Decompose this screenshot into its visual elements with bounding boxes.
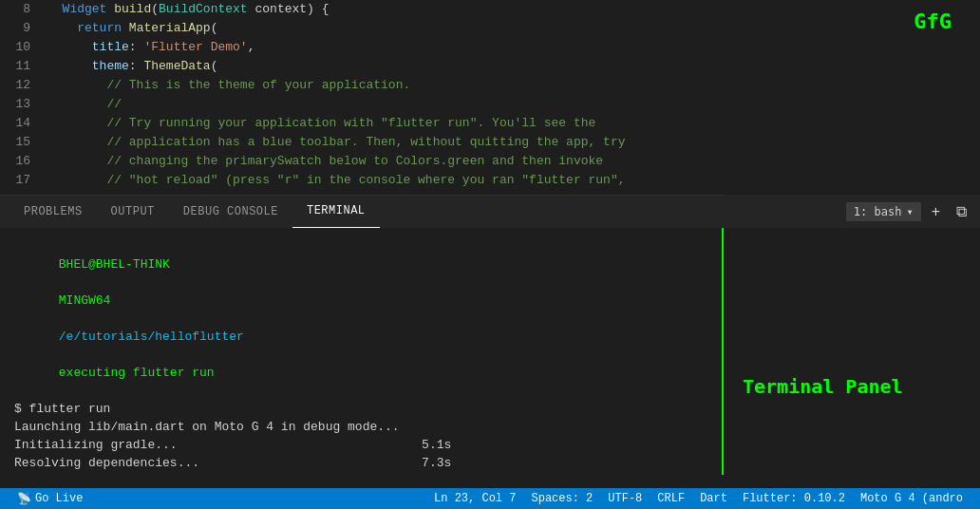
spaces-label: Spaces: 2 [531,492,593,505]
encoding-label: UTF-8 [608,492,642,505]
code-line: // [47,95,971,114]
bash-label: 1: bash [854,205,902,218]
terminal-space2 [59,311,66,326]
spaces-setting[interactable]: Spaces: 2 [523,488,600,509]
line-number: 16 [0,152,30,171]
go-live-button[interactable]: 📡 Go Live [9,488,90,509]
line-ending-setting[interactable]: CRLF [650,488,692,509]
tab-terminal[interactable]: TERMINAL [292,196,380,229]
code-line: // "hot reload" (press "r" in the consol… [47,171,971,190]
chevron-down-icon: ▾ [906,205,913,218]
terminal-area: BHEL@BHEL-THINK MINGW64 /e/tutorials/hel… [0,228,724,475]
line-ending-label: CRLF [657,492,685,505]
device-name[interactable]: Moto G 4 (andro [853,488,971,509]
code-lines: Widget build(BuildContext context) { ret… [38,0,980,195]
terminal-line: Launching lib/main.dart on Moto G 4 in d… [14,418,707,436]
line-number: 8 [0,0,30,19]
device-label: Moto G 4 (andro [860,492,963,505]
language-setting[interactable]: Dart [692,488,735,509]
encoding-setting[interactable]: UTF-8 [600,488,650,509]
cursor-position[interactable]: Ln 23, Col 7 [426,488,523,509]
terminal-line: Resolving dependencies... 7.3s [14,454,707,472]
terminal-shell: MINGW64 [59,293,111,308]
line-numbers: 891011121314151617 [0,0,38,195]
line-number: 11 [0,57,30,76]
terminal-line: Initializing gradle... 5.1s [14,436,707,454]
terminal-panel-label: Terminal Panel [743,375,903,398]
line-number: 10 [0,38,30,57]
terminal-exec-label: executing flutter run [59,366,215,380]
tab-output[interactable]: OUTPUT [97,196,169,229]
line-number: 13 [0,95,30,114]
code-line: Widget build(BuildContext context) { [47,0,971,19]
code-line: // changing the primarySwatch below to C… [47,152,971,171]
code-line: // This is the theme of your application… [47,76,971,95]
language-label: Dart [700,492,727,505]
code-line: title: 'Flutter Demo', [47,38,971,57]
line-number: 14 [0,114,30,133]
broadcast-icon: 📡 [17,492,31,506]
go-live-label: Go Live [35,492,83,505]
terminal-line: $ flutter run [14,400,707,418]
bash-dropdown[interactable]: 1: bash ▾ [846,202,921,221]
code-editor: 891011121314151617 Widget build(BuildCon… [0,0,980,195]
terminal-toolbar: 1: bash ▾ + ⧉ [724,195,980,228]
status-bar: 📡 Go Live Ln 23, Col 7 Spaces: 2 UTF-8 C… [0,488,980,509]
tab-debug-console[interactable]: DEBUG CONSOLE [169,196,292,229]
tab-problems[interactable]: PROBLEMS [9,196,97,229]
gfg-watermark: GfG [914,9,952,33]
terminal-prompt-line: BHEL@BHEL-THINK MINGW64 /e/tutorials/hel… [14,237,707,400]
flutter-label: Flutter: 0.10.2 [743,492,845,505]
terminal-wrapper: BHEL@BHEL-THINK MINGW64 /e/tutorials/hel… [0,228,980,475]
line-number: 12 [0,76,30,95]
terminal-output: $ flutter runLaunching lib/main.dart on … [14,400,707,475]
code-line: theme: ThemeData( [47,57,971,76]
line-number: 17 [0,171,30,190]
maximize-panel-button[interactable]: ⧉ [951,201,972,222]
line-number: 15 [0,133,30,152]
terminal-space1 [59,275,66,290]
code-line: // Try running your application with "fl… [47,114,971,133]
code-line: return MaterialApp( [47,19,971,38]
flutter-version[interactable]: Flutter: 0.10.2 [735,488,853,509]
cursor-pos-label: Ln 23, Col 7 [434,492,516,505]
terminal-dir: /e/tutorials/helloflutter [59,330,244,344]
terminal-user: BHEL@BHEL-THINK [59,257,170,272]
code-line: // application has a blue toolbar. Then,… [47,133,971,152]
right-panel: Terminal Panel [724,228,980,475]
terminal-spaces3 [59,348,133,362]
line-number: 9 [0,19,30,38]
add-terminal-button[interactable]: + [926,201,946,222]
terminal-line: Gradle task 'assembleDebug'... [14,472,707,475]
